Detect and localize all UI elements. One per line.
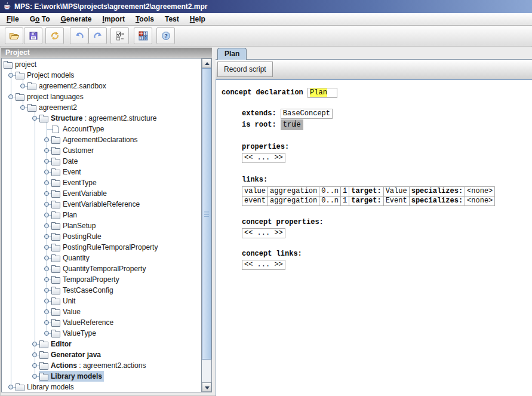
expand-handle-icon[interactable] [8,73,13,78]
link-cell[interactable]: 0..n [319,187,341,197]
link-cell[interactable]: 1 [341,187,349,197]
tree-scrollbar[interactable] [201,59,211,392]
refresh-button[interactable] [45,27,64,44]
tree-item-content[interactable]: TestCaseConfig [51,285,115,296]
tree-item-content[interactable]: Library models [15,382,76,392]
tree-item-content[interactable]: project languages [15,91,85,102]
expand-handle-icon[interactable] [44,309,49,314]
expand-handle-icon[interactable] [20,84,25,88]
concept-links-placeholder-cell[interactable]: << ... >> [242,260,285,270]
expand-handle-icon[interactable] [32,374,37,379]
link-cell[interactable]: target: [349,187,383,197]
menu-tools[interactable]: Tools [130,13,159,25]
link-cell[interactable]: <none> [465,197,495,206]
link-cell[interactable]: <none> [465,187,495,197]
scroll-down-button[interactable] [202,382,211,392]
tab-plan[interactable]: Plan [217,48,247,60]
tree-item-content[interactable]: Value [51,306,82,317]
expand-handle-icon[interactable] [44,320,49,325]
tree-item-content[interactable]: PostingRuleTemporalProperty [51,242,159,253]
open-folder-button[interactable] [5,27,23,44]
expand-handle-icon[interactable] [44,170,49,174]
menu-import[interactable]: Import [97,13,130,25]
extends-value-cell[interactable]: BaseConcept [281,109,333,119]
expand-handle-icon[interactable] [44,277,49,282]
scrollbar-thumb[interactable] [202,68,211,360]
tree-item-content[interactable]: Date [51,156,79,167]
link-cell[interactable]: specializes: [409,187,465,197]
model-grid-button[interactable]: 110 [134,27,152,44]
undo-button[interactable] [70,27,88,44]
tree-item-content[interactable]: Editor [39,339,73,349]
link-cell[interactable]: 0..n [319,197,341,206]
concept-editor[interactable]: concept declaration Plan extends: BaseCo… [216,80,532,396]
expand-handle-icon[interactable] [8,385,13,389]
tree-item-content[interactable]: Unit [51,296,77,306]
tree-item-content[interactable]: PostingRule [51,231,103,242]
tree-item-content[interactable]: Event [51,167,83,177]
link-cell[interactable]: target: [349,197,383,206]
tree-item-content[interactable]: Generator java [39,349,103,360]
tree-item-content[interactable]: ValueType [51,328,98,339]
expand-handle-icon[interactable] [44,288,49,293]
expand-handle-icon[interactable] [44,159,49,164]
menu-go-to[interactable]: Go To [24,13,56,25]
link-cell[interactable]: Value [383,187,409,197]
expand-handle-icon[interactable] [44,191,49,196]
tree-item-content[interactable]: Library models [39,371,104,382]
expand-handle-icon[interactable] [8,94,13,99]
tree-item-content[interactable]: EventType [51,177,99,188]
link-cell[interactable]: value [242,187,268,197]
menu-help[interactable]: Help [184,13,211,25]
expand-handle-icon[interactable] [44,299,49,303]
menu-test[interactable]: Test [159,13,184,25]
expand-handle-icon[interactable] [44,213,49,217]
tree-item-content[interactable]: PlanSetup [51,220,97,231]
link-cell[interactable]: 1 [341,197,349,206]
concept-name-cell[interactable]: Plan [307,88,337,98]
menu-generate[interactable]: Generate [55,13,97,25]
tree-item-content[interactable]: QuantityTemporalProperty [51,263,147,274]
expand-handle-icon[interactable] [44,331,49,336]
expand-handle-icon[interactable] [44,202,49,207]
tree-item-content[interactable]: Quantity [51,253,91,263]
tree-item-content[interactable]: TemporalProperty [51,274,121,285]
tree-item-content[interactable]: project [3,59,38,70]
tree-item-content[interactable]: agreement2.sandbox [27,81,108,91]
tree-item-content[interactable]: ValueReference [51,317,115,328]
tree-item-content[interactable]: Actions : agreement2.actions [39,360,147,371]
expand-handle-icon[interactable] [44,180,49,185]
tree-item-content[interactable]: EventVariableReference [51,199,142,210]
link-cell[interactable]: aggregation [268,197,319,206]
expand-handle-icon[interactable] [44,137,49,142]
tree-item-content[interactable]: agreement2 [27,102,79,113]
tree-item-content[interactable]: AccountType [51,124,106,134]
expand-handle-icon[interactable] [44,256,49,260]
link-cell[interactable]: aggregation [268,187,319,197]
expand-handle-icon[interactable] [44,223,49,228]
expand-handle-icon[interactable] [32,352,37,357]
expand-handle-icon[interactable] [44,245,49,250]
properties-placeholder-cell[interactable]: << ... >> [242,153,285,163]
tree-item-content[interactable]: Project models [15,70,76,81]
expand-handle-icon[interactable] [44,148,49,153]
checklist-button[interactable] [110,27,129,44]
help-button[interactable]: ? [156,27,175,44]
record-script-button[interactable]: Record script [217,62,273,77]
link-cell[interactable]: event [242,197,268,206]
expand-handle-icon[interactable] [20,105,25,110]
expand-handle-icon[interactable] [32,116,37,121]
expand-handle-icon[interactable] [44,266,49,271]
concept-properties-placeholder-cell[interactable]: << ... >> [242,228,285,238]
tree-item-content[interactable]: Structure : agreement2.structure [39,113,158,124]
redo-button[interactable] [88,27,107,44]
is-root-value-cell[interactable]: true [281,119,303,130]
tree-item-content[interactable]: Plan [51,210,79,220]
link-cell[interactable]: Event [383,197,409,206]
expand-handle-icon[interactable] [32,363,37,368]
tree-item-content[interactable]: EventVariable [51,188,109,199]
tree-item-content[interactable]: AgreementDeclarations [51,134,139,145]
link-cell[interactable]: specializes: [409,197,465,206]
expand-handle-icon[interactable] [44,234,49,239]
tree-item-content[interactable]: Customer [51,145,96,156]
